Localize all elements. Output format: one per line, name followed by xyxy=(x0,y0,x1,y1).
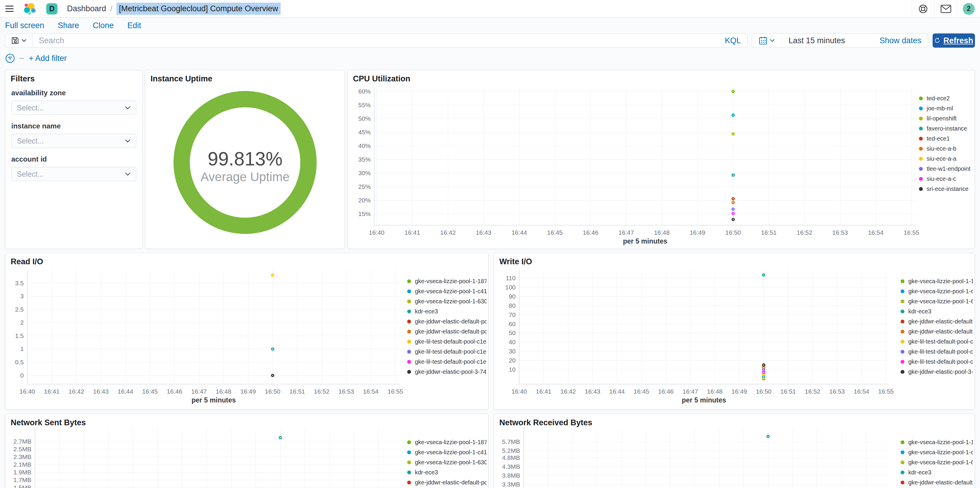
legend-item[interactable]: gke-jddwr-elastic-default-po... xyxy=(900,326,973,336)
legend-series-dot xyxy=(407,320,411,323)
legend-item[interactable]: ted-ece2 xyxy=(919,93,972,103)
legend-series-dot xyxy=(900,330,904,334)
menu-button[interactable] xyxy=(0,0,19,17)
add-filter-button[interactable]: + Add filter xyxy=(29,54,67,63)
legend-item[interactable]: joe-mb-ml xyxy=(919,103,972,113)
show-dates-link[interactable]: Show dates xyxy=(880,34,928,48)
full-screen-link[interactable]: Full screen xyxy=(5,21,44,30)
legend-item[interactable]: gke-vseca-lizzie-pool-1-1877... xyxy=(407,276,487,286)
query-language-button[interactable]: KQL xyxy=(718,34,748,48)
legend-item[interactable]: gke-vseca-lizzie-pool-1-630... xyxy=(900,457,973,467)
svg-text:40: 40 xyxy=(509,339,515,345)
legend-item[interactable]: siu-ece-a-a xyxy=(919,154,972,164)
account-id-select[interactable]: Select... xyxy=(11,167,136,181)
search-input[interactable] xyxy=(33,34,718,48)
svg-text:1: 1 xyxy=(20,345,24,352)
legend-item[interactable]: sri-ece-instance xyxy=(919,184,972,194)
legend-item[interactable]: siu-ece-a-b xyxy=(919,144,972,154)
legend-item[interactable]: gke-lil-test-default-pool-c1e... xyxy=(900,347,973,356)
clone-link[interactable]: Clone xyxy=(93,21,114,30)
svg-text:16:44: 16:44 xyxy=(118,388,134,395)
date-quick-select-button[interactable] xyxy=(752,34,782,48)
svg-text:20%: 20% xyxy=(358,197,371,204)
newsfeed-button[interactable] xyxy=(935,0,957,17)
legend-item[interactable]: gke-vseca-lizzie-pool-1-630... xyxy=(407,296,487,306)
share-link[interactable]: Share xyxy=(58,21,79,30)
legend-series-label: gke-vseca-lizzie-pool-1-1877... xyxy=(908,439,973,446)
legend-item[interactable]: gke-vseca-lizzie-pool-1-c417... xyxy=(407,447,487,457)
legend-series-dot xyxy=(407,440,411,444)
legend-item[interactable]: gke-jddwr-elastic-pool-3-74... xyxy=(407,367,487,377)
legend-series-label: gke-vseca-lizzie-pool-1-630... xyxy=(908,459,973,466)
saved-query-button[interactable] xyxy=(5,34,33,48)
legend-item[interactable]: gke-vseca-lizzie-pool-1-630... xyxy=(900,296,973,306)
legend-item[interactable]: gke-vseca-lizzie-pool-1-1877... xyxy=(407,437,487,447)
legend-item[interactable]: gke-jddwr-elastic-default-po... xyxy=(407,316,487,326)
legend-item[interactable]: gke-jddwr-elastic-default-po... xyxy=(407,477,487,487)
legend-item[interactable]: gke-jddwr-elastic-default-po... xyxy=(407,326,487,336)
svg-text:16:49: 16:49 xyxy=(690,229,705,236)
legend-series-label: kdr-ece3 xyxy=(908,469,931,476)
legend-item[interactable]: gke-vseca-lizzie-pool-1-1877... xyxy=(900,276,973,286)
legend-item[interactable]: favero-instance xyxy=(919,124,972,133)
legend-series-dot xyxy=(919,177,923,181)
svg-text:16:40: 16:40 xyxy=(19,388,35,395)
legend-item[interactable]: gke-vseca-lizzie-pool-1-c417... xyxy=(900,286,973,296)
svg-text:16:54: 16:54 xyxy=(868,229,884,236)
space-badge[interactable]: D xyxy=(46,3,57,14)
legend-series-label: gke-lil-test-default-pool-c1e... xyxy=(908,338,973,345)
legend-item[interactable]: gke-vseca-lizzie-pool-1-1877... xyxy=(900,437,973,447)
user-menu-button[interactable]: 2 xyxy=(958,0,980,17)
panel-title: Filters xyxy=(11,74,35,84)
chevron-down-icon xyxy=(125,139,131,143)
legend-item[interactable]: gke-lil-test-default-pool-c1e... xyxy=(900,356,973,367)
legend-item[interactable]: lil-openshift xyxy=(919,113,972,124)
legend-item[interactable]: gke-jddwr-elastic-default-po... xyxy=(900,316,973,326)
availability-zone-select[interactable]: Select... xyxy=(11,101,136,115)
svg-text:16:54: 16:54 xyxy=(363,388,379,395)
legend-item[interactable]: gke-lil-test-default-pool-c1e... xyxy=(407,336,487,347)
legend-item[interactable]: gke-lil-test-default-pool-c1e... xyxy=(900,336,973,347)
chart-legend: gke-vseca-lizzie-pool-1-1877...gke-vseca… xyxy=(900,276,973,377)
legend-item[interactable]: gke-jddwr-elastic-pool-3-74... xyxy=(900,367,973,377)
legend-item[interactable]: gke-lil-test-default-pool-c1e... xyxy=(407,356,487,367)
svg-text:10: 10 xyxy=(509,366,515,373)
network-received-bytes-chart: 16:4016:4116:4216:4316:4416:4516:4616:47… xyxy=(494,414,901,488)
legend-item[interactable]: kdr-ece3 xyxy=(407,306,487,316)
refresh-button[interactable]: Refresh xyxy=(932,33,975,48)
legend-item[interactable]: ted-ece1 xyxy=(919,133,972,144)
top-nav-bar: D Dashboard / [Metricbeat Googlecloud] C… xyxy=(0,0,980,18)
legend-item[interactable]: kdr-ece3 xyxy=(900,467,973,477)
filter-icon[interactable] xyxy=(5,53,15,63)
legend-series-label: gke-jddwr-elastic-pool-3-74... xyxy=(415,368,487,375)
legend-series-dot xyxy=(407,309,411,314)
legend-item[interactable]: tlee-w1-endpoint xyxy=(919,164,972,174)
legend-series-label: gke-vseca-lizzie-pool-1-1877... xyxy=(415,439,487,446)
legend-series-dot xyxy=(919,147,923,151)
instance-name-select[interactable]: Select... xyxy=(11,134,136,148)
legend-item[interactable]: gke-vseca-lizzie-pool-1-630... xyxy=(407,457,487,467)
help-button[interactable] xyxy=(912,0,934,17)
edit-link[interactable]: Edit xyxy=(127,21,142,30)
elastic-logo[interactable] xyxy=(19,3,41,15)
chevron-down-icon xyxy=(125,172,131,176)
legend-item[interactable]: gke-jddwr-elastic-default-po... xyxy=(900,477,973,487)
breadcrumb-dashboard[interactable]: Dashboard xyxy=(67,4,106,13)
svg-text:16:48: 16:48 xyxy=(216,388,231,395)
legend-item[interactable]: gke-vseca-lizzie-pool-1-c417... xyxy=(407,286,487,296)
legend-item[interactable]: siu-ece-a-c xyxy=(919,174,972,184)
svg-text:16:52: 16:52 xyxy=(797,229,812,236)
legend-series-label: gke-jddwr-elastic-default-po... xyxy=(908,479,973,486)
write-io-panel: Write I/O 16:4016:4116:4216:4316:4416:45… xyxy=(494,253,975,410)
legend-item[interactable]: gke-vseca-lizzie-pool-1-c417... xyxy=(900,447,973,457)
svg-text:110: 110 xyxy=(506,275,515,281)
uptime-label: Average Uptime xyxy=(200,170,290,184)
legend-item[interactable]: gke-lil-test-default-pool-c1e... xyxy=(407,347,487,356)
chevron-down-icon xyxy=(21,39,27,42)
time-range-value[interactable]: Last 15 minutes xyxy=(782,34,880,48)
legend-item[interactable]: kdr-ece3 xyxy=(900,306,973,316)
legend-item[interactable]: kdr-ece3 xyxy=(407,467,487,477)
svg-text:16:42: 16:42 xyxy=(440,229,456,236)
legend-series-dot xyxy=(900,370,904,374)
svg-text:15%: 15% xyxy=(358,211,371,217)
